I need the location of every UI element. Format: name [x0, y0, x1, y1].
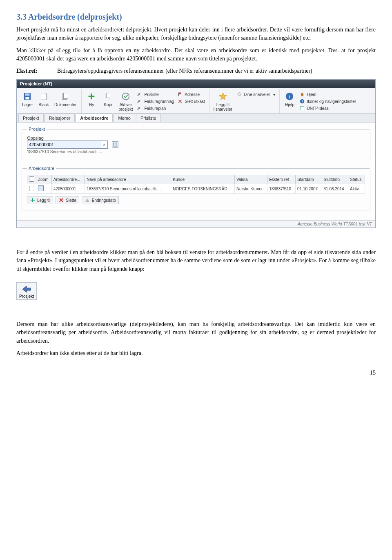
svg-rect-19 [31, 200, 35, 201]
col-arbeidsordre[interactable]: Arbeidsordre... [51, 175, 85, 184]
grid-toolbar: Legg til Slette Endringsdato [27, 196, 365, 204]
adresse-item[interactable]: Adresse [176, 91, 205, 98]
svg-rect-7 [89, 96, 95, 97]
svg-text:i: i [289, 94, 291, 100]
legg-snarveier-label: Legg til i snarveier [214, 103, 232, 112]
slette-button[interactable]: Slette [56, 196, 79, 204]
ribbon-group-new: Ny Kopi Aktiver prosjekt Prisliste Faktu… [82, 89, 209, 113]
plus-small-icon [30, 197, 36, 203]
blank-label: Blank [38, 103, 49, 107]
cell-navn: 183637/S10 Secretomes of lactobacilli...… [85, 184, 171, 194]
svg-rect-1 [25, 94, 30, 96]
clear-icon[interactable]: × [101, 142, 107, 147]
ribbon-fav-top: Dine snarveier▾ [236, 90, 276, 98]
endringsdato-button[interactable]: Endringsdato [82, 196, 119, 204]
activate-button[interactable]: Aktiver prosjekt [117, 90, 134, 112]
svg-rect-9 [107, 93, 110, 98]
section-paren: (delprosjekt) [77, 12, 122, 21]
legend-arbeidsordre: Arbeidsordre [27, 166, 56, 171]
section-title-text: Arbeidsordre [28, 12, 75, 21]
tab-prosjekt[interactable]: Prosjekt [18, 114, 44, 122]
paragraph-5: Arbeidsordrer kan ikke slettes etter at … [16, 349, 376, 357]
cell-ekstern: 183637/S10 [267, 184, 296, 194]
legg-snarveier-button[interactable]: Legg til i snarveier [212, 90, 234, 112]
save-button[interactable]: Lagre [20, 90, 35, 108]
back-label: Prosjekt [19, 294, 34, 299]
tab-bar: Prosjekt Relasjoner Arbeidsordre Memo Pr… [17, 114, 375, 123]
fakturagrunnlag-item[interactable]: Fakturagrunnlag [136, 98, 175, 105]
svg-rect-17 [114, 143, 117, 146]
activate-icon [120, 91, 131, 102]
page-number: 15 [16, 370, 376, 376]
fakturaplan-item[interactable]: Fakturaplan [136, 105, 175, 112]
flag-icon [177, 91, 183, 97]
app-window: Prosjekter (NT) Lagre Blank Dokumenter N… [16, 79, 376, 228]
dine-snarveier-item[interactable]: Dine snarveier▾ [236, 91, 276, 98]
cell-valuta: Norske Kroner [234, 184, 267, 194]
question-icon: ? [299, 98, 305, 104]
documents-label: Dokumenter [54, 103, 76, 107]
tab-arbeidsordre[interactable]: Arbeidsordre [76, 114, 113, 122]
ribbon-group-help: i Hjelp Hjem ?Ikoner og navigeringstaste… [281, 89, 360, 113]
prisliste-item[interactable]: Prisliste [136, 91, 175, 98]
arbeidsordre-table: Zoom Arbeidsordre... Navn på arbeidsordr… [27, 175, 365, 194]
star-outline-icon [236, 91, 242, 97]
info-icon: i [284, 91, 295, 102]
row-checkbox[interactable] [29, 186, 34, 191]
paragraph-3: For å endre på verdier i en arbeidsordre… [16, 248, 376, 273]
help-button[interactable]: i Hjelp [282, 90, 297, 108]
zoom-row-icon[interactable] [38, 185, 44, 191]
legend-prosjekt: Prosjekt [27, 127, 47, 132]
documents-button[interactable]: Dokumenter [53, 90, 78, 108]
col-checkbox[interactable] [27, 175, 36, 184]
arrow-left-icon [19, 285, 34, 293]
blank-button[interactable]: Blank [36, 90, 51, 108]
header-checkbox[interactable] [29, 176, 34, 182]
cell-start: 01.10.2007 [295, 184, 322, 194]
col-status[interactable]: Status [348, 175, 365, 184]
copy-button[interactable]: Kopi [100, 90, 115, 108]
svg-rect-11 [178, 93, 179, 96]
ikoner-item[interactable]: ?Ikoner og navigeringstaster [298, 98, 357, 105]
app-titlebar: Prosjekter (NT) [17, 80, 375, 88]
ekst-ref-label: Ekst.ref: [16, 68, 57, 74]
documents-icon [60, 91, 71, 102]
panel: Prosjekt Oppslag × 183637/S10 Secretomes… [17, 123, 375, 220]
svg-rect-16 [301, 107, 304, 110]
cell-status: Aktiv [348, 184, 365, 194]
col-zoom[interactable]: Zoom [36, 175, 52, 184]
new-button[interactable]: Ny [84, 90, 99, 108]
col-ekstern[interactable]: Ekstern ref [267, 175, 296, 184]
x-icon [177, 98, 183, 104]
col-slutt[interactable]: Sluttdato [322, 175, 348, 184]
ekst-ref-text: Bidragsyters/oppdragsgivers referansenum… [57, 68, 376, 74]
tab-relasjoner[interactable]: Relasjoner [45, 114, 75, 122]
activate-label: Aktiver prosjekt [118, 103, 133, 112]
legg-til-button[interactable]: Legg til [27, 196, 53, 204]
x-small-icon [58, 197, 64, 203]
tab-memo[interactable]: Memo [114, 114, 135, 122]
floppy-icon [22, 91, 33, 102]
col-valuta[interactable]: Valuta [234, 175, 267, 184]
svg-rect-2 [25, 97, 29, 100]
col-start[interactable]: Startdato [295, 175, 322, 184]
table-header-row: Zoom Arbeidsordre... Navn på arbeidsordr… [27, 175, 365, 184]
tab-prisliste[interactable]: Prisliste [136, 114, 161, 122]
fieldset-prosjekt: Prosjekt Oppslag × 183637/S10 Secretomes… [22, 127, 370, 160]
slett-utkast-item[interactable]: Slett utkast [176, 98, 205, 105]
ribbon-small-b: Adresse Slett utkast [176, 90, 205, 105]
hjem-item[interactable]: Hjem [298, 91, 357, 98]
section-number: 3.3 [16, 12, 27, 21]
lookup-icon[interactable] [112, 141, 118, 148]
unit4-item[interactable]: UNIT4Ideas [298, 105, 357, 112]
ideas-icon [299, 105, 305, 111]
oppslag-label: Oppslag [27, 136, 44, 141]
help-label: Hjelp [285, 103, 294, 107]
fieldset-arbeidsordre: Arbeidsordre Zoom Arbeidsordre... Navn p… [22, 166, 370, 210]
save-label: Lagre [22, 103, 33, 107]
back-button[interactable]: Prosjekt [16, 282, 37, 300]
col-navn[interactable]: Navn på arbeidsordre [85, 175, 171, 184]
col-kunde[interactable]: Kunde [171, 175, 235, 184]
oppslag-input[interactable] [27, 141, 101, 148]
tool-icon [137, 105, 143, 111]
